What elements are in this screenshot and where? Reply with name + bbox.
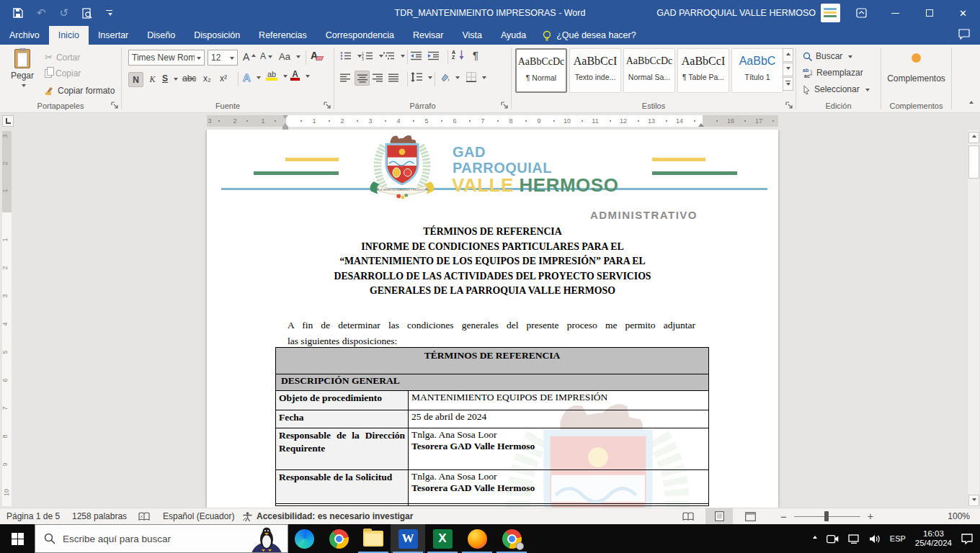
proofing-status[interactable] bbox=[138, 508, 150, 524]
tab-ayuda[interactable]: Ayuda bbox=[491, 26, 535, 45]
web-layout-icon[interactable] bbox=[736, 508, 764, 524]
styles-scroll-up-icon[interactable] bbox=[783, 48, 793, 62]
numbering-button[interactable]: 123 bbox=[362, 51, 383, 60]
select-button[interactable]: Seleccionar bbox=[803, 84, 870, 94]
taskbar-word[interactable]: W bbox=[391, 524, 425, 553]
ribbon-display-options-icon[interactable] bbox=[845, 0, 878, 26]
tab-archivo[interactable]: Archivo bbox=[0, 26, 49, 45]
restore-button[interactable] bbox=[912, 0, 946, 26]
tab-insertar[interactable]: Insertar bbox=[89, 26, 138, 45]
tab-correspondencia[interactable]: Correspondencia bbox=[316, 26, 404, 45]
increase-indent-button[interactable] bbox=[428, 51, 440, 60]
tab-revisar[interactable]: Revisar bbox=[404, 26, 453, 45]
tab-referencias[interactable]: Referencias bbox=[249, 26, 316, 45]
clear-formatting-button[interactable]: A bbox=[311, 50, 318, 61]
highlight-color-button[interactable]: ab bbox=[266, 71, 288, 81]
tray-expand-icon[interactable] bbox=[813, 536, 817, 539]
tab-disposicion[interactable]: Disposición bbox=[184, 26, 249, 45]
hanging-indent-marker[interactable] bbox=[282, 120, 288, 127]
clipboard-dialog-launcher-icon[interactable] bbox=[111, 102, 119, 109]
superscript-button[interactable]: x² bbox=[220, 73, 227, 84]
tab-vista[interactable]: Vista bbox=[453, 26, 491, 45]
zoom-in-icon[interactable]: + bbox=[868, 511, 873, 522]
decrease-indent-button[interactable] bbox=[411, 51, 422, 60]
styles-scroll-down-icon[interactable] bbox=[783, 63, 793, 76]
page-indicator[interactable]: Página 1 de 5 bbox=[6, 508, 60, 524]
action-center-icon[interactable] bbox=[961, 534, 973, 544]
style-texto-independiente[interactable]: AaBbCcITexto inde... bbox=[569, 48, 621, 93]
sort-button[interactable]: AZ bbox=[452, 50, 464, 60]
taskbar-explorer[interactable] bbox=[356, 524, 391, 553]
taskbar-firefox[interactable] bbox=[460, 524, 494, 553]
taskbar-edge[interactable] bbox=[287, 524, 321, 553]
align-left-button[interactable] bbox=[340, 73, 350, 82]
zoom-slider-thumb[interactable] bbox=[824, 511, 829, 521]
customize-qat-icon[interactable] bbox=[106, 10, 112, 17]
taskbar-chrome-profile[interactable] bbox=[494, 524, 529, 553]
close-button[interactable]: ✕ bbox=[946, 0, 980, 26]
show-marks-button[interactable]: ¶ bbox=[473, 49, 478, 61]
styles-gallery-more-icon[interactable] bbox=[783, 77, 793, 91]
italic-button[interactable]: K bbox=[145, 72, 160, 87]
keyboard-language[interactable]: ESP bbox=[890, 534, 906, 543]
format-painter-button[interactable]: Copiar formato bbox=[45, 86, 115, 96]
comments-icon[interactable] bbox=[958, 29, 970, 40]
word-count[interactable]: 1258 palabras bbox=[72, 508, 127, 524]
strikethrough-button[interactable]: abc bbox=[182, 73, 196, 84]
read-mode-icon[interactable] bbox=[674, 508, 702, 524]
minimize-button[interactable] bbox=[878, 0, 912, 26]
print-layout-icon[interactable] bbox=[705, 508, 733, 524]
zoom-out-icon[interactable]: − bbox=[780, 511, 787, 523]
font-color-button[interactable]: A bbox=[290, 71, 310, 81]
text-effects-button[interactable]: A bbox=[243, 71, 261, 84]
right-indent-marker[interactable] bbox=[698, 120, 704, 127]
change-case-button[interactable]: Aa bbox=[279, 51, 300, 62]
network-icon[interactable] bbox=[848, 534, 860, 544]
grow-font-button[interactable]: A bbox=[243, 51, 256, 63]
scrollbar-thumb[interactable] bbox=[968, 145, 979, 179]
line-spacing-button[interactable] bbox=[411, 72, 432, 82]
taskbar-chrome[interactable] bbox=[321, 524, 356, 553]
avatar[interactable] bbox=[821, 4, 840, 22]
multilevel-list-button[interactable] bbox=[383, 51, 405, 60]
find-button[interactable]: Buscar bbox=[803, 51, 852, 61]
save-icon[interactable] bbox=[13, 8, 23, 18]
style-normal-sa[interactable]: AaBbCcDcNormal Sa... bbox=[623, 48, 675, 93]
accessibility-status[interactable]: Accesibilidad: es necesario investigar bbox=[242, 508, 413, 524]
horizontal-ruler[interactable]: 32112345678910111213141617 bbox=[207, 115, 778, 127]
style-table-paragraph[interactable]: AaBbCcI¶ Table Pa... bbox=[677, 48, 729, 93]
taskbar-search[interactable]: Escribe aquí para buscar bbox=[35, 524, 288, 553]
vertical-scrollbar[interactable] bbox=[967, 130, 979, 508]
vertical-ruler[interactable]: 32112345678910111213 bbox=[2, 131, 12, 506]
addins-button[interactable]: Complementos bbox=[881, 53, 951, 84]
shading-button[interactable] bbox=[439, 72, 460, 82]
underline-button[interactable]: S bbox=[162, 73, 178, 84]
account-name[interactable]: GAD PARROQUIAL VALLE HERMOSO bbox=[656, 0, 816, 26]
scroll-down-icon[interactable] bbox=[968, 495, 979, 506]
tab-stop-selector[interactable] bbox=[2, 115, 14, 127]
replace-button[interactable]: abac Reemplazar bbox=[803, 68, 863, 78]
style-titulo-1[interactable]: AaBbCTítulo 1 bbox=[731, 48, 783, 93]
paragraph-dialog-launcher-icon[interactable] bbox=[501, 102, 509, 109]
tab-diseno[interactable]: Diseño bbox=[138, 26, 184, 45]
font-size-combo[interactable]: 12 bbox=[208, 50, 238, 66]
align-center-button[interactable] bbox=[355, 71, 370, 86]
styles-dialog-launcher-icon[interactable] bbox=[785, 102, 793, 109]
bullets-button[interactable] bbox=[340, 51, 362, 60]
paste-button[interactable]: Pegar bbox=[6, 49, 38, 88]
font-dialog-launcher-icon[interactable] bbox=[324, 102, 331, 109]
borders-button[interactable] bbox=[466, 72, 486, 82]
style-normal[interactable]: AaBbCcDc¶ Normal bbox=[515, 48, 567, 93]
subscript-button[interactable]: x₂ bbox=[203, 73, 211, 84]
shrink-font-button[interactable]: A bbox=[260, 51, 272, 61]
zoom-level[interactable]: 100% bbox=[948, 508, 970, 524]
document-page[interactable]: GAD PARROQUIAL VALLE HERMOSO ADMINISTRAT… bbox=[207, 130, 778, 508]
collapse-ribbon-icon[interactable] bbox=[967, 97, 974, 107]
zoom-slider[interactable] bbox=[794, 516, 860, 517]
font-family-combo[interactable]: Times New Roma bbox=[128, 50, 205, 66]
meet-now-icon[interactable] bbox=[827, 534, 839, 544]
start-button[interactable] bbox=[0, 524, 35, 553]
taskbar-excel[interactable]: X bbox=[425, 524, 460, 553]
scroll-up-icon[interactable] bbox=[968, 132, 979, 143]
bold-button[interactable]: N bbox=[128, 72, 143, 87]
